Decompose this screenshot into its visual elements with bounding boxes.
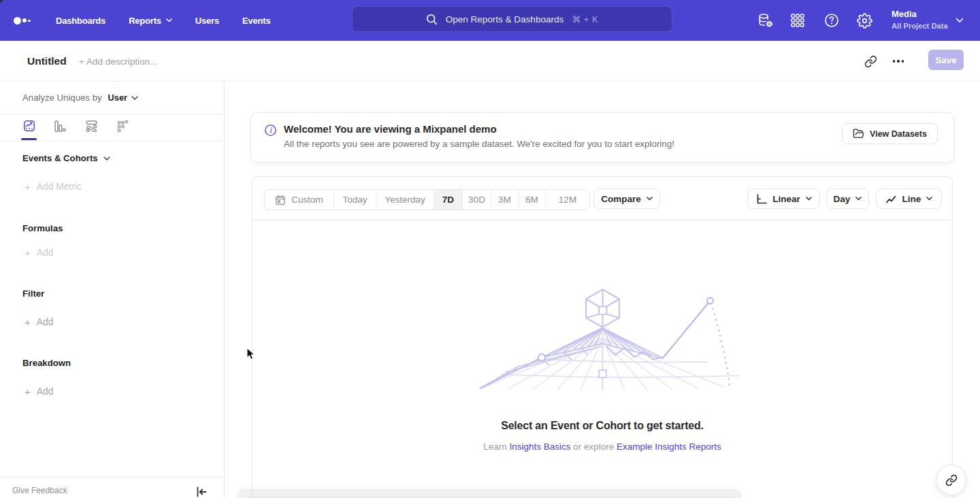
- analyze-label: Analyze Uniques by: [22, 93, 102, 103]
- project-name: Media: [892, 9, 948, 19]
- range-7d[interactable]: 7D: [434, 190, 463, 210]
- divider: [0, 141, 225, 142]
- section-title: Formulas: [22, 223, 63, 233]
- chevron-down-icon: [131, 96, 138, 100]
- chart-type-switcher: [0, 114, 224, 140]
- interval-button[interactable]: Day: [826, 188, 869, 209]
- save-button[interactable]: Save: [928, 50, 964, 70]
- chart-type-bar-icon[interactable]: [54, 120, 66, 132]
- svg-text:i: i: [270, 126, 273, 135]
- nav-item-reports[interactable]: Reports: [129, 16, 172, 26]
- settings-icon[interactable]: [856, 12, 872, 29]
- chevron-down-icon: [855, 197, 862, 201]
- scale-button[interactable]: Linear: [747, 188, 820, 209]
- insights-basics-link[interactable]: Insights Basics: [509, 442, 570, 452]
- nav-item-events[interactable]: Events: [242, 16, 270, 26]
- sidebar-footer: Give Feedback: [0, 477, 224, 498]
- plus-icon: +: [24, 386, 31, 397]
- range-custom[interactable]: Custom: [265, 190, 334, 210]
- chevron-down-icon: [806, 197, 812, 201]
- section-title: Filter: [22, 288, 44, 299]
- chart-type-selected-indicator: [21, 138, 37, 140]
- copy-link-icon[interactable]: [862, 53, 879, 69]
- project-chevron-down-icon: [956, 18, 964, 23]
- give-feedback-link[interactable]: Give Feedback: [12, 486, 67, 495]
- search-icon: [426, 14, 438, 25]
- range-today[interactable]: Today: [334, 190, 376, 210]
- dot: [897, 60, 900, 63]
- data-management-icon[interactable]: [757, 12, 774, 29]
- report-canvas: Custom Today Yesterday 7D 30D 3M 6M 12M …: [252, 176, 953, 498]
- chevron-down-icon: [647, 197, 653, 201]
- axis-icon: [755, 193, 767, 205]
- analyze-row: Analyze Uniques by User: [22, 82, 138, 114]
- bottom-sheet[interactable]: [237, 489, 742, 498]
- apps-grid-icon[interactable]: [789, 12, 806, 29]
- range-yesterday[interactable]: Yesterday: [376, 190, 434, 210]
- card-border-patch: [252, 489, 252, 498]
- range-label: 6M: [525, 195, 538, 205]
- logo-dot-medium: [22, 18, 27, 22]
- report-description-placeholder[interactable]: + Add description...: [79, 56, 157, 66]
- chevron-down-icon: [166, 18, 172, 22]
- empty-state: Select an Event or Cohort to get started…: [252, 220, 952, 498]
- section-filter: Filter: [22, 288, 44, 299]
- example-reports-link[interactable]: Example Insights Reports: [617, 442, 721, 452]
- analyze-entity-dropdown[interactable]: User: [108, 93, 138, 103]
- report-title[interactable]: Untitled: [27, 55, 67, 67]
- banner-subtitle: All the reports you see are powered by a…: [284, 139, 674, 149]
- chart-type-line-icon[interactable]: [24, 120, 35, 131]
- help-icon[interactable]: [823, 12, 840, 29]
- mouse-cursor: [246, 348, 256, 361]
- nav-item-dashboards[interactable]: Dashboards: [56, 16, 105, 26]
- collapse-sidebar-icon[interactable]: [195, 485, 208, 498]
- range-30d[interactable]: 30D: [463, 190, 491, 210]
- search-placeholder: Open Reports & Dashboards: [446, 14, 564, 24]
- more-options-icon[interactable]: [889, 53, 908, 69]
- add-label: Add Metric: [37, 182, 82, 192]
- section-events-cohorts[interactable]: Events & Cohorts: [22, 153, 110, 163]
- range-6m[interactable]: 6M: [519, 190, 546, 210]
- empty-state-hint: Learn Insights Basics or explore Example…: [252, 442, 952, 452]
- empty-state-title: Select an Event or Cohort to get started…: [252, 420, 952, 432]
- banner-title: Welcome! You are viewing a Mixpanel demo: [284, 123, 497, 135]
- range-label: Yesterday: [385, 195, 425, 205]
- logo-dot-large: [14, 17, 21, 24]
- folder-open-icon: [853, 128, 864, 139]
- global-search-input[interactable]: Open Reports & Dashboards ⌘ + K: [352, 6, 672, 32]
- floating-share-button[interactable]: [936, 465, 966, 495]
- chart-type-retention-icon[interactable]: [117, 120, 129, 132]
- search-shortcut: ⌘ + K: [572, 14, 598, 24]
- add-label: Add: [37, 317, 54, 327]
- top-navigation-bar: Dashboards Reports Users Events Open Rep…: [0, 0, 980, 41]
- range-3m[interactable]: 3M: [491, 190, 519, 210]
- chart-style-button[interactable]: Line: [876, 188, 942, 209]
- section-title: Breakdown: [22, 358, 71, 368]
- plus-icon: +: [24, 182, 31, 192]
- compare-button[interactable]: Compare: [593, 188, 660, 209]
- report-header: Untitled + Add description... Save: [0, 41, 980, 82]
- range-12m[interactable]: 12M: [546, 190, 589, 210]
- nav-item-users[interactable]: Users: [195, 16, 219, 26]
- add-breakdown-button[interactable]: + Add: [24, 386, 53, 397]
- view-datasets-button[interactable]: View Datasets: [842, 123, 938, 144]
- hint-text: Learn: [483, 442, 509, 452]
- dot: [902, 60, 904, 63]
- plus-icon: +: [24, 317, 31, 327]
- logo-dot-small: [28, 20, 31, 22]
- range-label: 12M: [559, 195, 576, 205]
- chart-type-flow-icon[interactable]: [86, 120, 97, 132]
- project-switcher[interactable]: Media All Project Data: [892, 9, 948, 30]
- add-formula-button[interactable]: + Add: [24, 248, 53, 258]
- add-filter-button[interactable]: + Add: [24, 317, 53, 327]
- query-builder-sidebar: Analyze Uniques by User: [0, 82, 225, 498]
- window-corner: [0, 0, 3, 3]
- interval-label: Day: [834, 194, 851, 204]
- range-label: Today: [342, 195, 367, 205]
- link-icon: [945, 474, 958, 486]
- calendar-icon: [275, 195, 286, 205]
- section-formulas: Formulas: [22, 223, 63, 233]
- primary-nav: Dashboards Reports Users Events: [56, 0, 270, 41]
- range-label: 7D: [442, 195, 454, 205]
- add-metric-button[interactable]: + Add Metric: [24, 182, 82, 192]
